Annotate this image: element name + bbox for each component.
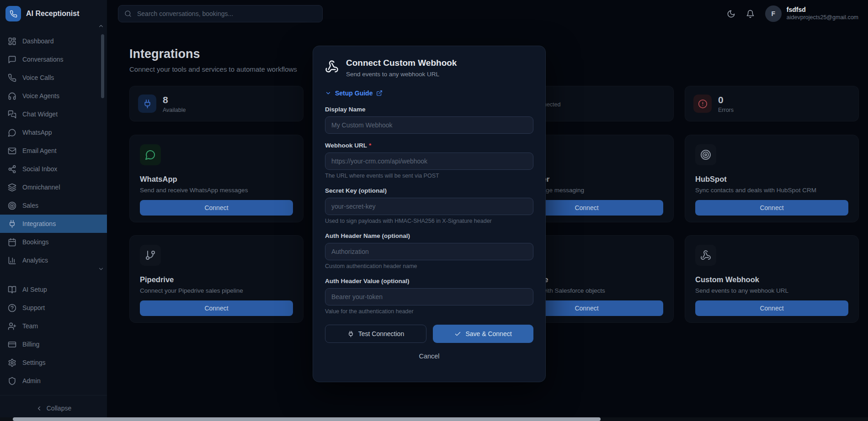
topbar-actions: F fsdfsd aidevprojects25@gmail.com xyxy=(727,0,858,27)
item-icon xyxy=(8,322,16,331)
field-helper-text: Value for the authentication header xyxy=(325,308,533,315)
connect-button[interactable]: Connect xyxy=(140,300,293,316)
sidebar-item[interactable]: Dashboard xyxy=(0,32,107,50)
webhook-icon xyxy=(325,60,339,74)
connect-button[interactable]: Connect xyxy=(695,300,848,316)
field-input[interactable] xyxy=(325,243,533,260)
integration-name: Custom Webhook xyxy=(695,275,848,284)
topbar: F fsdfsd aidevprojects25@gmail.com xyxy=(107,0,868,27)
item-icon xyxy=(8,358,16,367)
setup-guide-label: Setup Guide xyxy=(335,89,373,97)
sidebar-item[interactable]: WhatsApp xyxy=(0,123,107,142)
stat-value: 0 xyxy=(718,95,734,105)
stat-text: 0 Errors xyxy=(718,95,734,113)
sidebar-item[interactable]: Integrations xyxy=(0,215,107,233)
sidebar-item[interactable]: Voice Agents xyxy=(0,87,107,105)
save-connect-button[interactable]: Save & Connect xyxy=(433,325,533,343)
item-icon xyxy=(8,377,16,385)
setup-guide-toggle[interactable]: Setup Guide xyxy=(325,89,383,98)
item-icon xyxy=(8,238,16,247)
integration-card: WhatsApp Send and receive WhatsApp messa… xyxy=(129,135,304,222)
sidebar-item-label: Team xyxy=(22,322,38,330)
item-icon xyxy=(8,128,16,137)
item-icon xyxy=(8,74,16,82)
connect-button[interactable]: Connect xyxy=(140,200,293,216)
chevron-up-icon xyxy=(98,23,104,29)
modal-header-text: Connect Custom Webhook Send events to an… xyxy=(346,58,457,78)
sidebar-item[interactable]: Analytics xyxy=(0,251,107,269)
modal-buttons: Test Connection Save & Connect xyxy=(325,325,533,343)
integration-icon-tile xyxy=(140,144,161,165)
field-helper-text: Custom authentication header name xyxy=(325,263,533,269)
external-link-icon xyxy=(376,90,383,96)
sidebar-item[interactable]: Settings xyxy=(0,353,107,372)
user-name: fsdfsd xyxy=(787,6,858,14)
modal-header: Connect Custom Webhook Send events to an… xyxy=(325,58,533,78)
chevron-down-icon xyxy=(98,266,104,272)
nav-divider-gap xyxy=(0,269,107,280)
sidebar-item-label: Voice Agents xyxy=(22,92,59,100)
horizontal-scrollbar-thumb[interactable] xyxy=(13,417,601,421)
moon-icon xyxy=(727,10,735,18)
theme-toggle-button[interactable] xyxy=(727,10,735,18)
integration-card: Pipedrive Connect your Pipedrive sales p… xyxy=(129,235,304,323)
integration-name: WhatsApp xyxy=(140,175,293,184)
plug-icon xyxy=(347,331,354,337)
sidebar-item[interactable]: Sales xyxy=(0,196,107,215)
connect-button[interactable]: Connect xyxy=(695,200,848,216)
sidebar-item[interactable]: Support xyxy=(0,299,107,317)
nav-scroll-down[interactable] xyxy=(98,266,104,272)
item-icon xyxy=(8,183,16,192)
search-box xyxy=(118,5,323,22)
bell-icon xyxy=(746,10,755,18)
sidebar-item[interactable]: Chat Widget xyxy=(0,105,107,123)
cancel-button[interactable]: Cancel xyxy=(416,352,442,360)
sidebar-item[interactable]: Team xyxy=(0,317,107,335)
field-label: Secret Key (optional)* xyxy=(325,187,533,194)
item-icon xyxy=(8,340,16,349)
sidebar-item[interactable]: Bookings xyxy=(0,233,107,251)
sidebar-item[interactable]: Admin xyxy=(0,372,107,390)
test-connection-button[interactable]: Test Connection xyxy=(325,325,426,343)
sidebar-item[interactable]: AI Setup xyxy=(0,280,107,299)
item-icon xyxy=(8,304,16,312)
nav-scroll-up[interactable] xyxy=(98,23,104,29)
webhook-form: Display Name* Webhook URL* The URL where… xyxy=(325,106,533,360)
field-input[interactable] xyxy=(325,116,533,134)
sidebar-item-label: Integrations xyxy=(22,220,56,227)
sidebar-scrollbar-thumb[interactable] xyxy=(101,34,104,98)
search-icon xyxy=(124,10,132,17)
integration-name: Pipedrive xyxy=(140,275,293,284)
search-input[interactable] xyxy=(136,10,316,18)
phone-icon xyxy=(10,10,17,18)
sidebar-item-label: WhatsApp xyxy=(22,129,52,136)
sidebar-item-label: Analytics xyxy=(22,257,48,264)
collapse-label: Collapse xyxy=(47,405,71,412)
integration-name: HubSpot xyxy=(695,175,848,184)
stat-value: 8 xyxy=(163,95,186,105)
sidebar-item[interactable]: Voice Calls xyxy=(0,68,107,87)
stat-label: Available xyxy=(163,107,186,113)
chevron-down-icon xyxy=(325,90,331,96)
page-title: Integrations xyxy=(129,47,200,61)
sidebar-item[interactable]: Conversations xyxy=(0,50,107,68)
stat-icon-tile xyxy=(693,95,712,113)
check-icon xyxy=(454,331,461,337)
sidebar-item[interactable]: Email Agent xyxy=(0,142,107,160)
user-menu[interactable]: F fsdfsd aidevprojects25@gmail.com xyxy=(765,5,858,22)
field-input[interactable] xyxy=(325,288,533,305)
sidebar-item[interactable]: Billing xyxy=(0,335,107,353)
sidebar-nav: Dashboard Conversations Voice Calls Voic… xyxy=(0,32,107,390)
field-input[interactable] xyxy=(325,198,533,215)
item-icon xyxy=(8,201,16,210)
form-field: Display Name* xyxy=(325,106,533,134)
item-icon xyxy=(8,285,16,294)
sidebar-item-label: Conversations xyxy=(22,56,64,63)
notifications-button[interactable] xyxy=(746,10,755,18)
sidebar-item[interactable]: Omnichannel xyxy=(0,178,107,196)
field-input[interactable] xyxy=(325,153,533,170)
integration-description: Connect your Pipedrive sales pipeline xyxy=(140,287,293,294)
integration-card: Custom Webhook Send events to any webhoo… xyxy=(685,235,859,323)
sidebar-item-label: Support xyxy=(22,304,45,311)
sidebar-item[interactable]: Social Inbox xyxy=(0,160,107,178)
